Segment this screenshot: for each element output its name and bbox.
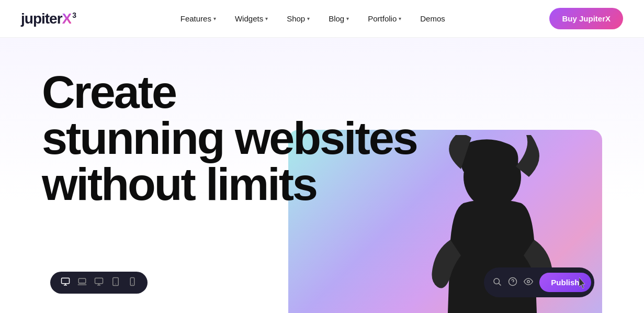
hero-section: Create stunning websites without limits — [0, 38, 644, 313]
search-icon[interactable] — [492, 277, 502, 288]
chevron-down-icon: ▾ — [399, 16, 401, 21]
editor-bottom-bar: Publish — [50, 267, 594, 297]
chevron-down-icon: ▾ — [307, 16, 310, 21]
nav-item-features[interactable]: Features ▾ — [173, 10, 223, 27]
nav-item-widgets[interactable]: Widgets ▾ — [228, 10, 275, 27]
nav-item-blog[interactable]: Blog ▾ — [321, 10, 356, 27]
svg-point-13 — [132, 283, 133, 284]
nav-item-shop[interactable]: Shop ▾ — [279, 10, 317, 27]
svg-rect-7 — [95, 278, 103, 284]
chevron-down-icon: ▾ — [265, 16, 268, 21]
navbar: jupiterX3 Features ▾ Widgets ▾ Shop ▾ Bl… — [0, 0, 644, 38]
svg-rect-4 — [78, 278, 86, 283]
chevron-down-icon: ▾ — [346, 16, 349, 21]
nav-links: Features ▾ Widgets ▾ Shop ▾ Blog ▾ Portf… — [173, 10, 453, 27]
laptop-device-icon[interactable] — [77, 277, 87, 288]
right-toolbar: Publish — [484, 267, 594, 297]
mobile-device-icon[interactable] — [128, 277, 137, 288]
monitor-device-icon[interactable] — [61, 277, 70, 288]
device-toolbar — [50, 272, 148, 294]
svg-point-18 — [527, 280, 530, 283]
svg-rect-1 — [61, 278, 69, 284]
desktop-device-icon[interactable] — [94, 277, 104, 288]
svg-point-14 — [494, 278, 500, 284]
help-icon[interactable] — [508, 277, 517, 288]
buy-jupiterx-button[interactable]: Buy JupiterX — [549, 8, 623, 29]
chevron-down-icon: ▾ — [213, 16, 216, 21]
hero-text: Create stunning websites without limits — [0, 38, 644, 207]
preview-icon[interactable] — [524, 277, 533, 288]
svg-point-17 — [513, 283, 513, 284]
svg-point-11 — [115, 283, 116, 284]
logo[interactable]: jupiterX3 — [21, 10, 76, 27]
cursor — [579, 277, 587, 291]
tablet-device-icon[interactable] — [111, 277, 120, 288]
svg-line-15 — [499, 283, 501, 285]
logo-text: jupiterX3 — [21, 10, 76, 27]
nav-item-portfolio[interactable]: Portfolio ▾ — [360, 10, 409, 27]
hero-headline: Create stunning websites without limits — [42, 69, 450, 207]
nav-item-demos[interactable]: Demos — [413, 10, 453, 27]
